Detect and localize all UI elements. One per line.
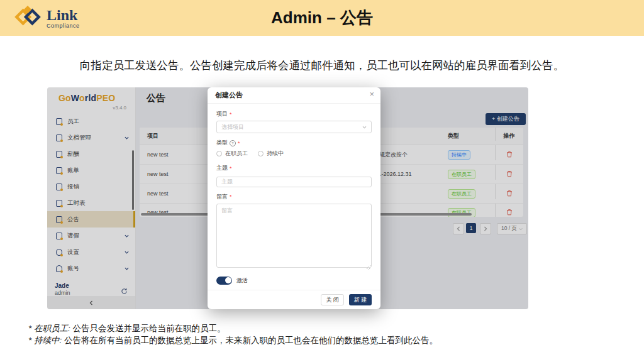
project-select[interactable]: 选择项目 — [216, 121, 372, 133]
radio-active-employees[interactable]: 在职员工 — [216, 150, 248, 158]
radio-circle-icon — [258, 151, 264, 156]
message-field-label: 留言 * — [216, 193, 372, 201]
radio-ongoing[interactable]: 持续中 — [258, 150, 284, 158]
close-icon[interactable]: × — [369, 90, 374, 98]
label-text: 主题 — [216, 164, 228, 172]
footnotes: * 在职员工: 公告只会发送并显示给当前在职的员工。 * 持续中: 公告将在所有… — [28, 322, 625, 346]
footnote-text: 公告将在所有当前员工的数据总览上显示，未来新入职的员工也会在他们的数据总览上看到… — [62, 336, 438, 345]
message-textarea[interactable] — [216, 204, 372, 268]
modal-header: 创建公告 × — [208, 87, 380, 104]
create-announcement-modal: 创建公告 × 项目 * 选择项目 类型 ? * 在职员工 持续中 — [208, 87, 380, 309]
required-asterisk: * — [238, 140, 240, 146]
required-asterisk: * — [230, 194, 232, 200]
subject-input[interactable] — [216, 177, 372, 187]
subject-field-label: 主题 * — [216, 164, 372, 172]
radio-label: 持续中 — [267, 150, 284, 158]
active-toggle-row: 激活 — [216, 277, 372, 285]
required-asterisk: * — [230, 111, 232, 118]
toggle-knob — [225, 277, 231, 283]
slide-header: Link Compliance Admin – 公告 — [0, 0, 644, 36]
active-toggle[interactable] — [216, 277, 232, 285]
slide-description: 向指定员工发送公告。公告创建完成后将会通过邮件通知，员工也可以在网站的雇员界面看… — [25, 58, 619, 73]
create-button[interactable]: 新 建 — [349, 294, 372, 305]
footnote-line: * 持续中: 公告将在所有当前员工的数据总览上显示，未来新入职的员工也会在他们的… — [28, 334, 625, 346]
toggle-label: 激活 — [236, 277, 248, 285]
page-title: Admin – 公告 — [0, 0, 644, 36]
select-placeholder: 选择项目 — [221, 123, 244, 131]
project-field-label: 项目 * — [216, 110, 372, 118]
chevron-down-icon — [362, 126, 367, 129]
label-text: 留言 — [216, 193, 228, 201]
footnote-text: 公告只会发送并显示给当前在职的员工。 — [70, 324, 226, 333]
footnote-term: * 持续中: — [28, 336, 62, 345]
modal-title: 创建公告 — [215, 90, 243, 100]
modal-footer: 关 闭 新 建 — [208, 290, 380, 309]
close-button[interactable]: 关 闭 — [321, 294, 344, 305]
required-asterisk: * — [230, 165, 232, 172]
radio-circle-icon — [216, 151, 222, 156]
type-field-label: 类型 ? * — [216, 139, 372, 147]
footnote-line: * 在职员工: 公告只会发送并显示给当前在职的员工。 — [28, 322, 625, 334]
label-text: 类型 — [216, 139, 228, 147]
info-icon: ? — [230, 140, 236, 146]
label-text: 项目 — [216, 110, 228, 118]
type-radio-group: 在职员工 持续中 — [216, 150, 372, 158]
radio-label: 在职员工 — [225, 150, 248, 158]
footnote-term: * 在职员工: — [28, 324, 70, 333]
modal-body: 项目 * 选择项目 类型 ? * 在职员工 持续中 主题 * — [208, 104, 380, 285]
